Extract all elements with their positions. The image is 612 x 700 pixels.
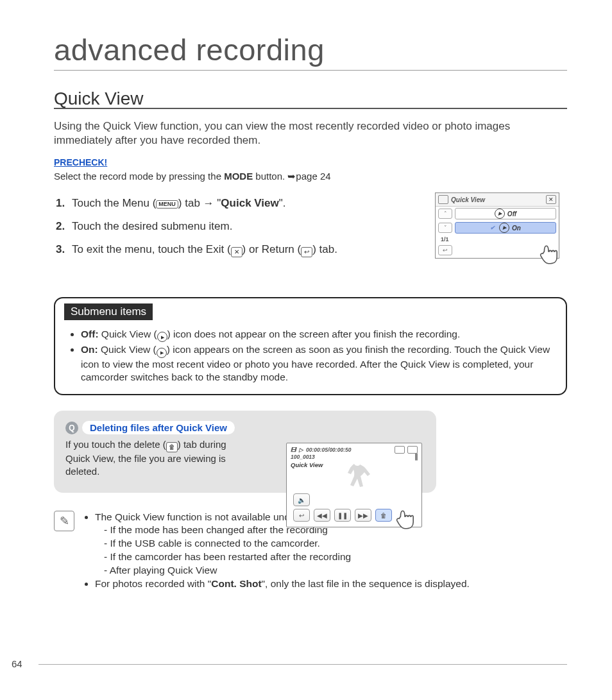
note-item: If the camcorder has been restarted afte… (104, 551, 470, 564)
page-number: 64 (12, 658, 22, 669)
forward-icon: ▶▶ (355, 509, 371, 522)
trash-icon: 🗑 (375, 509, 392, 522)
tip-title: Deleting files after Quick View (82, 421, 235, 434)
submenu-off: Off: Quick View () icon does not appear … (81, 328, 554, 343)
quick-view-icon (157, 348, 167, 358)
movie-icon: 🎞 (291, 447, 296, 453)
playback-illustration: 🎞 ▷ 00:00:05/00:00:50 100_0013 Quick Vie… (286, 443, 422, 527)
pause-icon: ❚❚ (334, 509, 351, 522)
intro-text: Using the Quick View function, you can v… (54, 119, 567, 148)
hand-pointer-icon (534, 237, 563, 267)
quick-view-icon (499, 223, 509, 233)
trash-icon: 🗑 (166, 442, 178, 452)
magnifier-icon: Q (65, 422, 78, 434)
hand-pointer-icon (391, 502, 419, 533)
quick-view-icon (495, 209, 505, 219)
tip-body: If you touch the delete (🗑) tab during Q… (65, 438, 239, 478)
down-arrow-icon: ˅ (438, 223, 452, 233)
menu-icon: MENU (156, 200, 178, 209)
qv-title: Quick View (451, 196, 546, 203)
rewind-icon: ◀◀ (314, 509, 330, 522)
timecode: 00:00:05/00:00:50 (306, 447, 351, 453)
chapter-title: advanced recording (54, 32, 567, 71)
submenu-heading: Submenu items (64, 303, 153, 320)
note-item: After playing Quick View (104, 564, 470, 577)
card-icon (395, 446, 405, 454)
step-1: Touch the Menu (MENU) tab → "Quick View"… (68, 196, 427, 210)
footer-rule (38, 664, 567, 665)
step-2: Touch the desired submenu item. (68, 219, 427, 234)
tip-box: Q Deleting files after Quick View If you… (54, 411, 436, 492)
note-item: If the USB cable is connected to the cam… (104, 537, 470, 551)
option-off: Off (455, 208, 556, 219)
steps-list: Touch the Menu (MENU) tab → "Quick View"… (54, 196, 427, 257)
up-arrow-icon: ˄ (438, 209, 452, 219)
note-photos: For photos recorded with "Cont. Shot", o… (95, 577, 470, 591)
step-3: To exit the menu, touch the Exit (✕) or … (68, 243, 427, 257)
exit-icon: ✕ (231, 247, 242, 257)
submenu-items-box: Submenu items Off: Quick View () icon do… (54, 297, 567, 395)
quick-view-menu-illustration: Quick View ✕ ˄ Off ˅ ✔ On 1/1 ↩ (435, 192, 559, 259)
return-icon: ↩ (301, 247, 312, 257)
note-icon: ✎ (54, 511, 74, 531)
precheck-text: Select the record mode by pressing the M… (54, 171, 567, 182)
quick-view-icon (157, 332, 167, 342)
silhouette-figure (341, 456, 373, 495)
submenu-on: On: Quick View () icon appears on the sc… (81, 343, 554, 384)
precheck-label: PRECHECK! (54, 157, 107, 167)
section-title: Quick View (54, 90, 567, 109)
option-on: ✔ On (455, 222, 556, 234)
check-icon: ✔ (490, 225, 495, 231)
close-icon: ✕ (546, 195, 556, 204)
return-icon: ↩ (293, 509, 310, 522)
speaker-icon: 🔈 (293, 493, 310, 506)
camera-icon (438, 195, 448, 204)
indicator-icon (416, 453, 418, 461)
clip-id: 100_0013 (291, 454, 315, 460)
return-icon: ↩ (438, 245, 452, 255)
